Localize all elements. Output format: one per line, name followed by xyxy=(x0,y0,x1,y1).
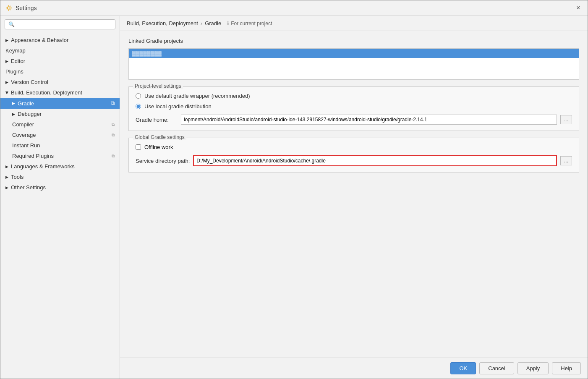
arrow-icon: ▶ xyxy=(5,91,9,94)
sidebar-item-label: Keymap xyxy=(5,47,26,54)
search-box xyxy=(0,16,120,33)
settings-icon xyxy=(5,5,12,11)
info-icon: ℹ xyxy=(227,21,229,26)
sidebar-item-build-execution[interactable]: ▶ Build, Execution, Deployment xyxy=(0,87,120,98)
help-button[interactable]: Help xyxy=(552,362,581,374)
title-bar-left: Settings xyxy=(5,5,37,11)
sidebar: ▶ Appearance & Behavior Keymap ▶ Editor … xyxy=(0,16,120,379)
sidebar-item-version-control[interactable]: ▶ Version Control xyxy=(0,77,120,87)
offline-work-input[interactable] xyxy=(136,144,141,150)
sidebar-item-label: Debugger xyxy=(18,111,42,117)
gradle-home-label: Gradle home: xyxy=(136,117,178,123)
sidebar-item-keymap[interactable]: Keymap xyxy=(0,45,120,56)
svg-point-0 xyxy=(8,7,10,9)
copy-icon: ⧉ xyxy=(112,133,115,138)
arrow-icon: ▶ xyxy=(12,101,15,105)
gradle-home-browse-button[interactable]: ... xyxy=(560,115,572,124)
project-level-settings: Project-level settings Use default gradl… xyxy=(128,86,579,131)
sidebar-item-label: Compiler xyxy=(12,121,34,128)
linked-project-row[interactable]: ▓▓▓▓▓▓▓▓ xyxy=(129,49,579,58)
sidebar-item-label: Other Settings xyxy=(11,184,46,191)
radio-default-wrapper-input[interactable] xyxy=(136,93,141,99)
arrow-icon: ▶ xyxy=(5,59,8,63)
content-area: ▶ Appearance & Behavior Keymap ▶ Editor … xyxy=(0,16,588,379)
sidebar-item-appearance[interactable]: ▶ Appearance & Behavior xyxy=(0,35,120,45)
service-dir-label: Service directory path: xyxy=(136,158,190,164)
gradle-home-input[interactable] xyxy=(181,115,557,125)
radio-local-dist-input[interactable] xyxy=(136,104,141,109)
settings-content: Linked Gradle projects ▓▓▓▓▓▓▓▓ Project-… xyxy=(120,31,588,358)
radio-local-label: Use local gradle distribution xyxy=(144,103,212,110)
sidebar-item-other-settings[interactable]: ▶ Other Settings xyxy=(0,182,120,193)
arrow-icon: ▶ xyxy=(5,175,8,179)
sidebar-item-label: Coverage xyxy=(12,132,36,138)
for-project-label: ℹ For current project xyxy=(227,21,272,26)
sidebar-item-label: Build, Execution, Deployment xyxy=(11,89,82,96)
apply-button[interactable]: Apply xyxy=(517,362,549,374)
sidebar-item-label: Version Control xyxy=(11,79,48,85)
offline-work-checkbox[interactable]: Offline work xyxy=(136,144,572,150)
global-gradle-settings: Global Gradle settings Offline work Serv… xyxy=(128,138,579,173)
arrow-icon: ▶ xyxy=(5,165,8,169)
sidebar-item-gradle[interactable]: ▶ Gradle ⧉ xyxy=(0,98,120,109)
arrow-icon: ▶ xyxy=(5,80,8,84)
dialog-title: Settings xyxy=(16,5,37,11)
copy-icon: ⧉ xyxy=(111,100,115,107)
offline-work-label: Offline work xyxy=(144,144,173,150)
global-settings-label: Global Gradle settings xyxy=(133,134,186,140)
breadcrumb-bar: Build, Execution, Deployment › Gradle ℹ … xyxy=(120,16,588,31)
sidebar-item-label: Appearance & Behavior xyxy=(11,37,68,43)
sidebar-item-label: Required Plugins xyxy=(12,153,54,159)
project-label-text: For current project xyxy=(231,21,272,26)
search-input[interactable] xyxy=(5,19,115,29)
project-row-text: ▓▓▓▓▓▓▓▓ xyxy=(132,50,162,56)
sidebar-item-label: Tools xyxy=(11,174,24,180)
radio-group: Use default gradle wrapper (recommended)… xyxy=(136,93,572,110)
sidebar-item-instant-run[interactable]: Instant Run xyxy=(0,140,120,151)
arrow-icon: ▶ xyxy=(12,112,15,116)
title-bar: Settings × xyxy=(0,0,588,16)
breadcrumb-current: Gradle xyxy=(205,20,221,26)
sidebar-item-label: Languages & Frameworks xyxy=(11,163,75,170)
sidebar-item-label: Instant Run xyxy=(12,142,40,149)
button-bar: OK Cancel Apply Help xyxy=(120,358,588,379)
gradle-home-row: Gradle home: ... xyxy=(136,115,572,125)
sidebar-item-label: Editor xyxy=(11,58,25,64)
sidebar-item-editor[interactable]: ▶ Editor xyxy=(0,56,120,66)
settings-dialog: Settings × ▶ Appearance & Behavior Keyma… xyxy=(0,0,588,379)
service-dir-row: Service directory path: ... xyxy=(136,155,572,166)
linked-projects-list[interactable]: ▓▓▓▓▓▓▓▓ xyxy=(128,48,579,80)
sidebar-tree: ▶ Appearance & Behavior Keymap ▶ Editor … xyxy=(0,33,120,379)
sidebar-item-coverage[interactable]: Coverage ⧉ xyxy=(0,130,120,140)
copy-icon: ⧉ xyxy=(112,122,115,127)
service-dir-browse-button[interactable]: ... xyxy=(560,156,572,165)
linked-projects-section: Linked Gradle projects ▓▓▓▓▓▓▓▓ xyxy=(128,38,579,80)
arrow-icon: ▶ xyxy=(5,38,8,42)
ok-button[interactable]: OK xyxy=(450,362,476,374)
breadcrumb-separator: › xyxy=(201,20,202,26)
radio-local-dist[interactable]: Use local gradle distribution xyxy=(136,103,572,110)
sidebar-item-plugins[interactable]: Plugins xyxy=(0,66,120,77)
copy-icon: ⧉ xyxy=(112,154,115,159)
service-dir-input[interactable] xyxy=(193,155,557,166)
linked-project-empty-row xyxy=(129,58,579,70)
radio-default-label: Use default gradle wrapper (recommended) xyxy=(144,93,250,99)
sidebar-item-tools[interactable]: ▶ Tools xyxy=(0,172,120,182)
cancel-button[interactable]: Cancel xyxy=(479,362,514,374)
sidebar-item-label: Plugins xyxy=(5,68,24,75)
sidebar-item-languages[interactable]: ▶ Languages & Frameworks xyxy=(0,161,120,172)
project-level-label: Project-level settings xyxy=(133,83,183,89)
sidebar-item-compiler[interactable]: Compiler ⧉ xyxy=(0,119,120,130)
breadcrumb-path: Build, Execution, Deployment xyxy=(127,20,198,26)
sidebar-item-debugger[interactable]: ▶ Debugger xyxy=(0,109,120,119)
linked-projects-title: Linked Gradle projects xyxy=(128,38,579,44)
sidebar-item-required-plugins[interactable]: Required Plugins ⧉ xyxy=(0,151,120,161)
radio-default-wrapper[interactable]: Use default gradle wrapper (recommended) xyxy=(136,93,572,99)
sidebar-item-label: Gradle xyxy=(18,100,34,107)
arrow-icon: ▶ xyxy=(5,186,8,190)
close-button[interactable]: × xyxy=(574,4,583,12)
main-panel: Build, Execution, Deployment › Gradle ℹ … xyxy=(120,16,588,379)
